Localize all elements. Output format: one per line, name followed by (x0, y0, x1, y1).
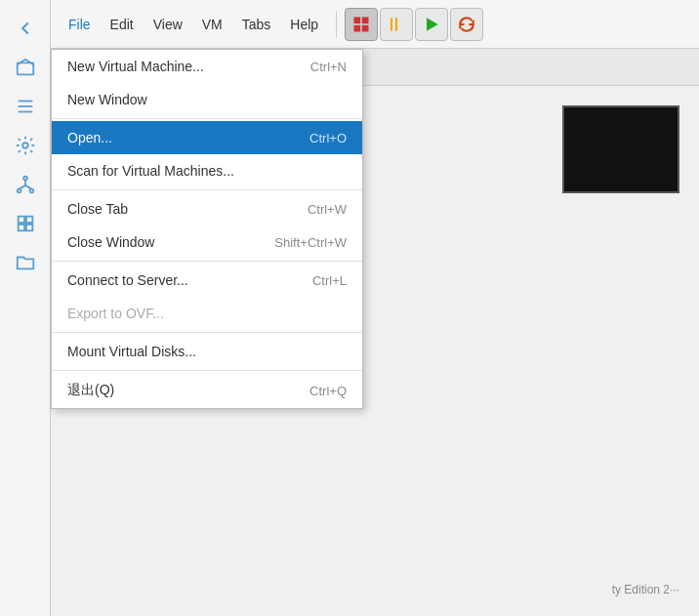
menu-exit[interactable]: 退出(Q) Ctrl+Q (52, 373, 362, 408)
menu-scan-vms-label: Scan for Virtual Machines... (67, 163, 234, 179)
file-dropdown-menu: New Virtual Machine... Ctrl+N New Window… (51, 49, 363, 409)
menu-mount-disks-label: Mount Virtual Disks... (67, 344, 196, 359)
menu-new-vm[interactable]: New Virtual Machine... Ctrl+N (52, 50, 362, 83)
menu-new-window-label: New Window (67, 92, 147, 107)
menu-new-vm-shortcut: Ctrl+N (310, 60, 347, 74)
menu-open[interactable]: Open... Ctrl+O (52, 121, 362, 154)
separator-5 (52, 370, 362, 371)
menu-export-ovf: Export to OVF... (52, 297, 362, 330)
menu-close-tab[interactable]: Close Tab Ctrl+W (52, 192, 362, 226)
menu-exit-shortcut: Ctrl+Q (309, 384, 347, 398)
menu-close-window[interactable]: Close Window Shift+Ctrl+W (52, 226, 362, 259)
menu-close-tab-label: Close Tab (67, 201, 128, 217)
menu-export-ovf-label: Export to OVF... (67, 306, 164, 321)
separator-1 (52, 118, 362, 119)
menu-connect-server-shortcut: Ctrl+L (312, 273, 347, 288)
menu-mount-disks[interactable]: Mount Virtual Disks... (52, 335, 362, 368)
menu-open-shortcut: Ctrl+O (309, 131, 347, 145)
separator-4 (52, 332, 362, 333)
separator-3 (52, 261, 362, 262)
menu-open-label: Open... (67, 130, 112, 145)
menu-scan-vms[interactable]: Scan for Virtual Machines... (52, 154, 362, 187)
menu-connect-server-label: Connect to Server... (67, 272, 188, 288)
dropdown-overlay[interactable]: New Virtual Machine... Ctrl+N New Window… (0, 0, 699, 616)
menu-connect-server[interactable]: Connect to Server... Ctrl+L (52, 264, 362, 297)
menu-exit-label: 退出(Q) (67, 382, 114, 399)
separator-2 (52, 189, 362, 190)
menu-close-window-shortcut: Shift+Ctrl+W (274, 235, 347, 250)
menu-close-window-label: Close Window (67, 234, 154, 250)
menu-new-vm-label: New Virtual Machine... (67, 59, 204, 74)
menu-close-tab-shortcut: Ctrl+W (308, 202, 347, 217)
menu-new-window[interactable]: New Window (52, 83, 362, 116)
